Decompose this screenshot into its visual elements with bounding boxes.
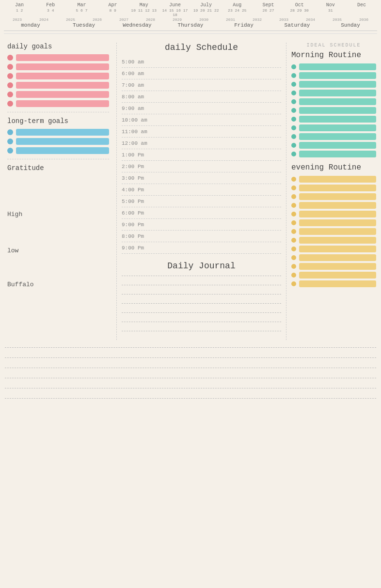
date-1: 1 2 [4, 8, 35, 17]
journal-line-4[interactable] [122, 303, 281, 304]
goal-bar-3[interactable] [16, 73, 109, 79]
time-label-300pm: 3:00 Pm [122, 175, 156, 181]
time-slot-500pm: 5:00 Pm [122, 196, 281, 207]
time-slot-1000am: 10:00 am [122, 114, 281, 126]
bottom-lines [0, 347, 381, 399]
lt-dot-2 [7, 139, 13, 144]
journal-line-3[interactable] [122, 294, 281, 294]
date-9: 26 27 [253, 8, 284, 17]
morning-item-2 [291, 72, 376, 79]
lt-bar-3[interactable] [16, 147, 109, 154]
daily-goal-2 [7, 63, 109, 70]
morning-bar-6[interactable] [299, 107, 376, 114]
dates-row: 1 2 3 4 5 6 7 8 9 10 11 12 13 14 15 16 1… [4, 8, 377, 17]
morning-item-11 [291, 151, 376, 157]
morning-routine-title: Morning Routine [291, 51, 376, 60]
morning-bar-8[interactable] [299, 124, 376, 131]
morning-bar-2[interactable] [299, 72, 376, 79]
bottom-line-1[interactable] [5, 347, 376, 348]
goal-bar-5[interactable] [16, 91, 109, 98]
goal-dot-3 [7, 73, 13, 79]
goal-bar-6[interactable] [16, 100, 109, 107]
date-5: 10 11 12 13 [128, 8, 159, 17]
evening-item-7 [291, 228, 376, 235]
evening-bar-11[interactable] [299, 263, 376, 270]
bottom-line-3[interactable] [5, 368, 376, 368]
morning-dot-11 [291, 152, 296, 156]
evening-bar-7[interactable] [299, 228, 376, 235]
morning-bar-4[interactable] [299, 90, 376, 96]
evening-item-6 [291, 219, 376, 226]
bottom-line-4[interactable] [5, 378, 376, 378]
evening-bar-6[interactable] [299, 219, 376, 226]
time-slot-100pm: 1:00 Pm [122, 149, 281, 161]
time-label-900am: 9:00 am [122, 106, 156, 111]
evening-bar-2[interactable] [299, 185, 376, 191]
journal-line-6[interactable] [122, 322, 281, 322]
evening-item-2 [291, 185, 376, 191]
evening-dot-5 [291, 212, 296, 217]
morning-bar-7[interactable] [299, 116, 376, 123]
journal-line-5[interactable] [122, 312, 281, 313]
gratitude-title: Gratitude [7, 164, 109, 172]
evening-bar-13[interactable] [299, 280, 376, 287]
time-slot-900am: 9:00 am [122, 103, 281, 114]
time-label-400pm: 4:00 Pm [122, 187, 156, 193]
morning-dot-5 [291, 99, 296, 104]
time-slot-500am: 5:00 am [122, 56, 281, 68]
journal-title: Daily Journal [122, 261, 281, 271]
bottom-line-5[interactable] [5, 388, 376, 388]
morning-bar-3[interactable] [299, 81, 376, 88]
morning-bar-1[interactable] [299, 63, 376, 70]
time-slot-1100am: 11:00 am [122, 126, 281, 138]
morning-bar-9[interactable] [299, 133, 376, 140]
evening-bar-8[interactable] [299, 237, 376, 244]
journal-line-7[interactable] [122, 331, 281, 331]
bottom-line-2[interactable] [5, 357, 376, 358]
header-divider1 [4, 31, 377, 31]
evening-dot-8 [291, 238, 296, 243]
evening-bar-12[interactable] [299, 272, 376, 279]
month-apr: Apr [97, 2, 128, 8]
time-slot-700pm: 9:00 Pm [122, 219, 281, 231]
morning-bar-5[interactable] [299, 98, 376, 105]
month-jan: Jan [4, 2, 35, 8]
evening-item-9 [291, 246, 376, 252]
goal-bar-1[interactable] [16, 54, 109, 61]
time-label-900pm: 9:00 Pm [122, 245, 156, 251]
goal-bar-2[interactable] [16, 63, 109, 70]
day-friday: Friday [217, 22, 270, 28]
time-slot-200pm: 2:00 Pm [122, 161, 281, 172]
bottom-line-6[interactable] [5, 398, 376, 399]
lt-bar-1[interactable] [16, 129, 109, 136]
long-term-goal-1 [7, 129, 109, 136]
evening-bar-1[interactable] [299, 176, 376, 183]
evening-bar-3[interactable] [299, 193, 376, 200]
evening-bar-9[interactable] [299, 246, 376, 252]
time-slot-900pm: 9:00 Pm [122, 242, 281, 254]
date-7: 19 20 21 22 [190, 8, 222, 17]
morning-item-6 [291, 107, 376, 114]
morning-bar-10[interactable] [299, 142, 376, 149]
evening-item-5 [291, 211, 376, 217]
evening-bar-5[interactable] [299, 211, 376, 217]
time-slot-800pm: 8:00 Pm [122, 231, 281, 242]
goal-bar-4[interactable] [16, 82, 109, 89]
journal-line-2[interactable] [122, 285, 281, 285]
time-label-700pm: 9:00 Pm [122, 222, 156, 228]
time-slot-600am: 6:00 am [122, 68, 281, 79]
evening-item-13 [291, 280, 376, 287]
time-slot-400pm: 4:00 Pm [122, 184, 281, 196]
main-content: daily goals long-term goals [0, 38, 381, 345]
morning-item-1 [291, 63, 376, 70]
lt-dot-3 [7, 148, 13, 154]
evening-bar-10[interactable] [299, 254, 376, 261]
morning-bar-11[interactable] [299, 151, 376, 157]
journal-line-1[interactable] [122, 276, 281, 276]
day-thursday: Thursday [164, 22, 217, 28]
lt-bar-2[interactable] [16, 138, 109, 145]
daily-goal-3 [7, 73, 109, 79]
morning-dot-4 [291, 91, 296, 95]
date-6: 14 15 16 17 18 [159, 8, 190, 17]
evening-bar-4[interactable] [299, 202, 376, 209]
